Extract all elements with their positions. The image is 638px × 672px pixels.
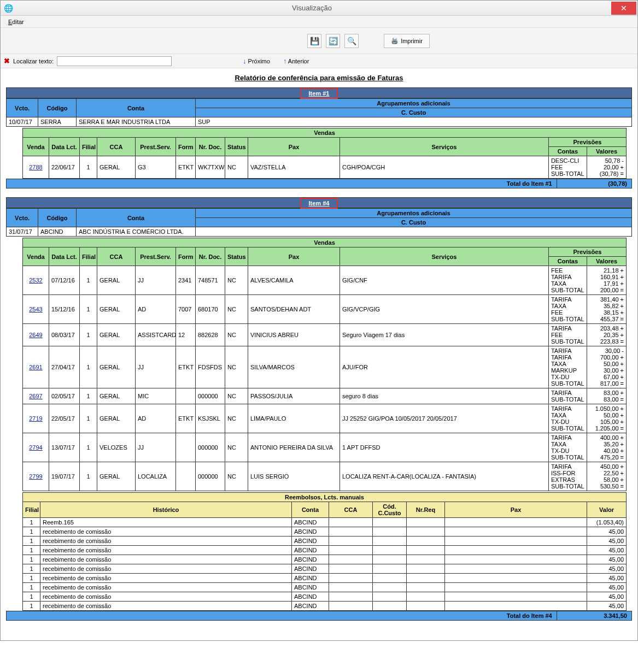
col-agrup: Agrupamentos adicionais bbox=[196, 99, 632, 108]
col-conta: Conta bbox=[77, 99, 196, 117]
venda-cell: 2697 bbox=[23, 388, 49, 404]
report-body: Relatório de conferência para emissão de… bbox=[1, 68, 637, 640]
cell-codigo: ABCIND bbox=[38, 227, 77, 237]
search-label: Localizar texto: bbox=[13, 58, 54, 64]
toolbar: 💾 🔄 🔍 🖨️ Imprimir bbox=[1, 28, 637, 54]
item-link[interactable]: Item #1 bbox=[300, 88, 338, 99]
venda-cell: 2532 bbox=[23, 266, 49, 295]
col-conta: Conta bbox=[77, 209, 196, 227]
venda-link[interactable]: 2697 bbox=[25, 393, 46, 399]
table-row: 2697 02/05/17 1 GERAL MIC 000000 NC PASS… bbox=[23, 388, 627, 404]
table-row: 2788 22/06/17 1 GERAL G3 ETKT WK7TXW NC … bbox=[23, 156, 627, 179]
item-bar: Item #4 bbox=[6, 197, 632, 208]
venda-cell: 2794 bbox=[23, 433, 49, 462]
col-vcto: Vcto. bbox=[7, 99, 38, 117]
table-row: 1 recebimento de comissão ABCIND 45,00 bbox=[23, 592, 627, 602]
vendas-table: Vendas Venda Data Lct. Filial CCA Prest.… bbox=[22, 128, 627, 179]
table-row: 2794 13/07/17 1 VELOZES JJ 000000 NC ANT… bbox=[23, 433, 627, 462]
col-ccusto: C. Custo bbox=[196, 108, 632, 117]
prev-button[interactable]: ↑ Anterior bbox=[283, 57, 309, 65]
reembolsos-table: Reembolsos, Lcts. manuais Filial Históri… bbox=[22, 492, 627, 611]
total-row: Total do Item #1 (30,78) bbox=[6, 179, 632, 188]
vendas-title: Vendas bbox=[23, 128, 627, 138]
next-button[interactable]: ↓ Próximo bbox=[243, 57, 270, 65]
app-icon: 🌐 bbox=[4, 4, 13, 13]
table-row: 2691 27/04/17 1 GERAL JJ ETKT FDSFDS NC … bbox=[23, 346, 627, 388]
save-icon[interactable]: 💾 bbox=[307, 34, 321, 48]
venda-cell: 2649 bbox=[23, 324, 49, 346]
reemb-title: Reembolsos, Lcts. manuais bbox=[23, 493, 627, 502]
venda-link[interactable]: 2532 bbox=[25, 277, 46, 284]
arrow-down-icon: ↓ bbox=[243, 57, 247, 65]
table-row: 2649 08/03/17 1 GERAL ASSISTCARD 12 8826… bbox=[23, 324, 627, 346]
titlebar: 🌐 Visualização ✕ bbox=[1, 1, 637, 16]
item-header-table: Vcto. Código Conta Agrupamentos adiciona… bbox=[6, 98, 632, 127]
printer-icon: 🖨️ bbox=[391, 37, 399, 44]
cell-conta: ABC INDÚSTRIA E COMÉRCIO LTDA. bbox=[77, 227, 196, 237]
table-row: 1 recebimento de comissão ABCIND 45,00 bbox=[23, 583, 627, 592]
table-row: 1 recebimento de comissão ABCIND 45,00 bbox=[23, 546, 627, 555]
total-row: Total do Item #4 3.341,50 bbox=[6, 611, 632, 621]
cell-codigo: SERRA bbox=[38, 117, 77, 127]
item-block: Item #1 Vcto. Código Conta Agrupamentos … bbox=[6, 87, 632, 188]
vendas-title: Vendas bbox=[23, 238, 627, 247]
vendas-table: Vendas Venda Data Lct. Filial CCA Prest.… bbox=[22, 238, 627, 491]
refresh-icon[interactable]: 🔄 bbox=[326, 34, 340, 48]
table-row: 2543 15/12/16 1 GERAL AD 7007 680170 NC … bbox=[23, 295, 627, 324]
total-label: Total do Item #4 bbox=[7, 611, 557, 621]
table-row: 2532 07/12/16 1 GERAL JJ 2341 748571 NC … bbox=[23, 266, 627, 295]
search-input[interactable] bbox=[57, 56, 172, 66]
menu-editar[interactable]: Editar bbox=[4, 17, 28, 26]
table-row: 1 recebimento de comissão ABCIND 45,00 bbox=[23, 564, 627, 574]
venda-link[interactable]: 2649 bbox=[25, 332, 46, 338]
total-value: (30,78) bbox=[557, 179, 631, 188]
table-row: 1 recebimento de comissão ABCIND 45,00 bbox=[23, 555, 627, 564]
window-title: Visualização bbox=[13, 4, 611, 12]
col-codigo: Código bbox=[38, 209, 77, 227]
venda-cell: 2691 bbox=[23, 346, 49, 388]
menu-bar: Editar bbox=[1, 16, 637, 28]
zoom-icon[interactable]: 🔍 bbox=[344, 34, 359, 48]
venda-link[interactable]: 2799 bbox=[25, 473, 46, 480]
close-button[interactable]: ✕ bbox=[611, 2, 636, 15]
cell-vcto: 31/07/17 bbox=[7, 227, 38, 237]
venda-link[interactable]: 2719 bbox=[25, 415, 46, 422]
clear-search-icon[interactable]: ✖ bbox=[4, 57, 10, 65]
venda-link[interactable]: 2794 bbox=[25, 444, 46, 451]
window: 🌐 Visualização ✕ Editar 💾 🔄 🔍 🖨️ Imprimi… bbox=[0, 0, 638, 641]
venda-cell: 2543 bbox=[23, 295, 49, 324]
table-row: 1 recebimento de comissão ABCIND 45,00 bbox=[23, 602, 627, 611]
venda-link[interactable]: 2691 bbox=[25, 364, 46, 370]
col-codigo: Código bbox=[38, 99, 77, 117]
cell-agrup: SUP bbox=[196, 117, 632, 127]
total-label: Total do Item #1 bbox=[7, 179, 557, 188]
venda-cell: 2788 bbox=[23, 156, 49, 179]
table-row: 1 recebimento de comissão ABCIND 45,00 bbox=[23, 574, 627, 583]
venda-cell: 2719 bbox=[23, 404, 49, 433]
print-button[interactable]: 🖨️ Imprimir bbox=[384, 34, 430, 48]
col-vcto: Vcto. bbox=[7, 209, 38, 227]
table-row: 1 Reemb.165 ABCIND (1.053,40) bbox=[23, 518, 627, 527]
item-bar: Item #1 bbox=[6, 87, 632, 98]
col-ccusto: C. Custo bbox=[196, 218, 632, 227]
cell-conta: SERRA E MAR INDUSTRIA LTDA bbox=[77, 117, 196, 127]
item-block: Item #4 Vcto. Código Conta Agrupamentos … bbox=[6, 197, 632, 621]
table-row: 2799 19/07/17 1 GERAL LOCALIZA 000000 NC… bbox=[23, 462, 627, 491]
table-row: 2719 22/05/17 1 GERAL AD ETKT KSJSKL NC … bbox=[23, 404, 627, 433]
venda-link[interactable]: 2788 bbox=[25, 164, 46, 170]
item-link[interactable]: Item #4 bbox=[300, 198, 338, 209]
table-row: 1 recebimento de comissão ABCIND 45,00 bbox=[23, 537, 627, 546]
print-label: Imprimir bbox=[401, 38, 423, 44]
cell-agrup bbox=[196, 227, 632, 237]
search-bar: ✖ Localizar texto: ↓ Próximo ↑ Anterior bbox=[1, 54, 637, 68]
report-title: Relatório de conferência para emissão de… bbox=[6, 72, 632, 87]
venda-link[interactable]: 2543 bbox=[25, 306, 46, 313]
venda-cell: 2799 bbox=[23, 462, 49, 491]
total-value: 3.341,50 bbox=[557, 611, 631, 621]
cell-vcto: 10/07/17 bbox=[7, 117, 38, 127]
arrow-up-icon: ↑ bbox=[283, 57, 287, 65]
item-header-table: Vcto. Código Conta Agrupamentos adiciona… bbox=[6, 208, 632, 237]
table-row: 1 recebimento de comissão ABCIND 45,00 bbox=[23, 527, 627, 537]
col-agrup: Agrupamentos adicionais bbox=[196, 209, 632, 218]
